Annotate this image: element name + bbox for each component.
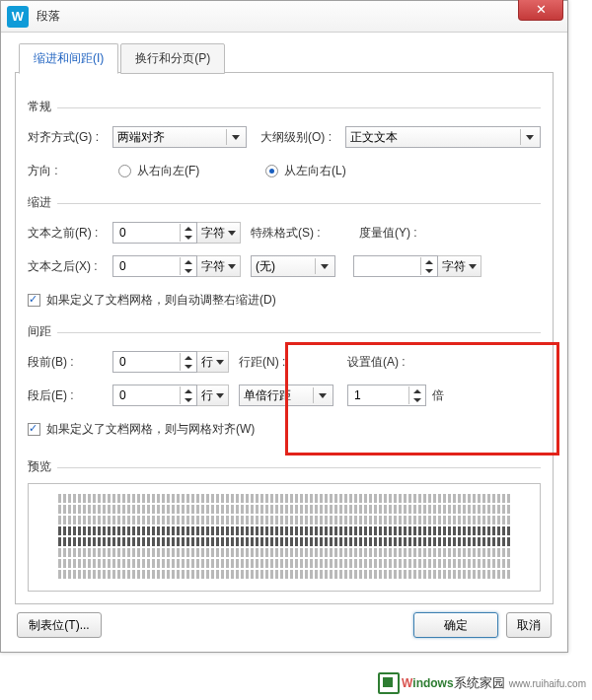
spin-up-icon[interactable] bbox=[180, 353, 195, 362]
spin-value: 0 bbox=[119, 259, 126, 273]
preview-box bbox=[28, 483, 541, 592]
indent-before-unit[interactable]: 字符 bbox=[197, 222, 241, 244]
spin-value: 0 bbox=[119, 226, 126, 240]
space-before-label: 段前(B) : bbox=[28, 354, 112, 371]
tabs-button[interactable]: 制表位(T)... bbox=[17, 612, 102, 638]
chevron-down-icon bbox=[313, 387, 331, 403]
watermark-logo-icon bbox=[378, 672, 400, 694]
group-label: 预览 bbox=[28, 458, 51, 475]
spin-down-icon[interactable] bbox=[408, 395, 424, 404]
indent-after-unit[interactable]: 字符 bbox=[197, 255, 241, 277]
tab-indent-spacing[interactable]: 缩进和间距(I) bbox=[19, 43, 118, 74]
alignment-combo[interactable]: 两端对齐 bbox=[112, 126, 247, 148]
indent-before-spin[interactable]: 0 bbox=[112, 222, 197, 244]
indent-after-label: 文本之后(X) : bbox=[28, 258, 112, 275]
direction-ltr-radio[interactable] bbox=[265, 165, 278, 177]
group-indent: 缩进 bbox=[28, 194, 541, 211]
space-before-unit[interactable]: 行 bbox=[197, 351, 229, 373]
alignment-label: 对齐方式(G) : bbox=[28, 129, 112, 146]
watermark-brand: Windows系统家园 bbox=[402, 674, 505, 692]
chevron-down-icon bbox=[520, 129, 538, 145]
spin-value: 0 bbox=[119, 355, 126, 369]
chevron-down-icon bbox=[226, 129, 244, 145]
tabstrip: 缩进和间距(I) 换行和分页(P) bbox=[15, 42, 554, 73]
spin-up-icon[interactable] bbox=[180, 224, 195, 233]
button-label: 制表位(T)... bbox=[29, 617, 89, 634]
direction-ltr-label: 从左向右(L) bbox=[284, 163, 346, 179]
button-label: 确定 bbox=[444, 617, 468, 634]
spin-up-icon[interactable] bbox=[420, 257, 436, 266]
combo-value: (无) bbox=[256, 258, 275, 275]
group-general: 常规 bbox=[28, 99, 541, 115]
line-spacing-label: 行距(N) : bbox=[239, 354, 337, 371]
space-after-label: 段后(E) : bbox=[28, 387, 112, 404]
indent-grid-checkbox[interactable] bbox=[28, 294, 40, 307]
measure-label: 度量值(Y) : bbox=[359, 225, 417, 242]
button-bar: 制表位(T)... 确定 取消 bbox=[15, 612, 554, 638]
watermark-url: www.ruihaifu.com bbox=[509, 678, 586, 689]
window-title: 段落 bbox=[37, 8, 60, 25]
close-button[interactable]: ✕ bbox=[518, 0, 563, 21]
direction-label: 方向 : bbox=[28, 163, 112, 179]
direction-rtl-radio[interactable] bbox=[118, 165, 131, 177]
measure-spin[interactable] bbox=[353, 255, 438, 277]
spacing-grid-label: 如果定义了文档网格，则与网格对齐(W) bbox=[46, 421, 255, 438]
special-format-combo[interactable]: (无) bbox=[251, 255, 335, 277]
set-value-label: 设置值(A) : bbox=[347, 354, 406, 371]
outline-level-label: 大纲级别(O) : bbox=[260, 129, 345, 146]
titlebar: W 段落 ✕ bbox=[1, 1, 567, 33]
group-label: 间距 bbox=[28, 323, 51, 340]
spin-down-icon[interactable] bbox=[420, 266, 436, 275]
line-spacing-combo[interactable]: 单倍行距 bbox=[239, 385, 333, 406]
spin-down-icon[interactable] bbox=[180, 362, 195, 371]
indent-after-spin[interactable]: 0 bbox=[112, 255, 197, 277]
spacing-grid-checkbox[interactable] bbox=[28, 423, 40, 436]
tab-label: 换行和分页(P) bbox=[135, 51, 210, 65]
tab-pagination[interactable]: 换行和分页(P) bbox=[120, 43, 225, 74]
spin-down-icon[interactable] bbox=[180, 395, 195, 404]
app-icon: W bbox=[7, 6, 29, 28]
set-value-unit: 倍 bbox=[432, 387, 444, 404]
set-value-spin[interactable]: 1 bbox=[347, 385, 426, 406]
spin-down-icon[interactable] bbox=[180, 233, 195, 242]
cancel-button[interactable]: 取消 bbox=[506, 612, 552, 638]
indent-grid-label: 如果定义了文档网格，则自动调整右缩进(D) bbox=[46, 292, 276, 309]
combo-value: 单倍行距 bbox=[244, 387, 291, 404]
tab-panel: 常规 对齐方式(G) : 两端对齐 大纲级别(O) : 正文文本 方向 : bbox=[15, 72, 554, 604]
tab-label: 缩进和间距(I) bbox=[34, 51, 104, 65]
special-format-label: 特殊格式(S) : bbox=[251, 225, 335, 242]
spin-up-icon[interactable] bbox=[180, 257, 195, 266]
watermark: Windows系统家园 www.ruihaifu.com bbox=[376, 670, 588, 696]
spin-up-icon[interactable] bbox=[180, 386, 195, 395]
button-label: 取消 bbox=[517, 617, 541, 634]
spin-down-icon[interactable] bbox=[180, 266, 195, 275]
combo-value: 两端对齐 bbox=[117, 129, 165, 146]
group-label: 缩进 bbox=[28, 194, 51, 211]
ok-button[interactable]: 确定 bbox=[413, 612, 498, 638]
spin-up-icon[interactable] bbox=[408, 386, 424, 395]
spin-value: 0 bbox=[119, 388, 126, 402]
space-after-unit[interactable]: 行 bbox=[197, 385, 229, 406]
group-spacing: 间距 bbox=[28, 323, 541, 340]
space-after-spin[interactable]: 0 bbox=[112, 385, 197, 406]
space-before-spin[interactable]: 0 bbox=[112, 351, 197, 373]
indent-before-label: 文本之前(R) : bbox=[28, 225, 112, 242]
spin-value: 1 bbox=[354, 388, 361, 402]
group-preview: 预览 bbox=[28, 458, 541, 475]
outline-level-combo[interactable]: 正文文本 bbox=[345, 126, 541, 148]
chevron-down-icon bbox=[315, 258, 333, 274]
paragraph-dialog: W 段落 ✕ 缩进和间距(I) 换行和分页(P) 常规 对齐方式(G) : 两端… bbox=[0, 0, 568, 653]
combo-value: 正文文本 bbox=[350, 129, 398, 146]
direction-rtl-label: 从右向左(F) bbox=[137, 163, 265, 179]
group-label: 常规 bbox=[28, 99, 51, 115]
measure-unit[interactable]: 字符 bbox=[438, 255, 481, 277]
